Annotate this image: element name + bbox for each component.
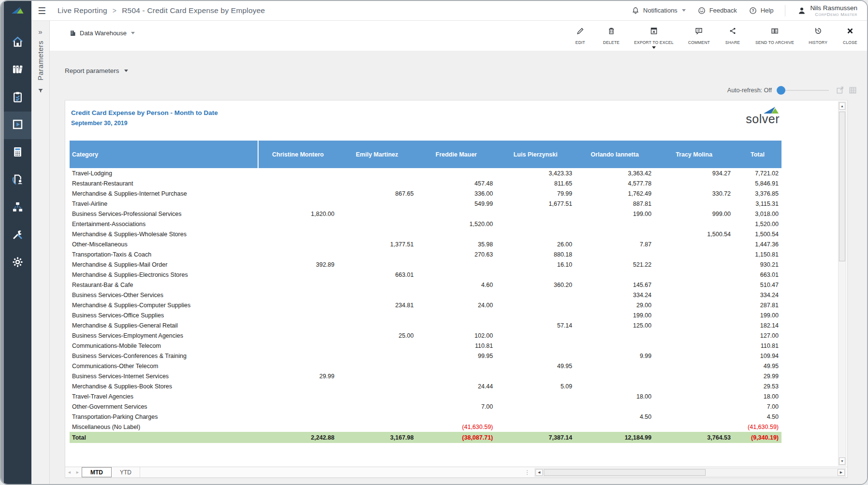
share-button[interactable]: SHARE [724,27,741,49]
sidebar-item-home[interactable] [4,29,31,57]
scroll-right-button[interactable]: ▶ [838,469,845,476]
category-cell: Other-Government Services [70,401,258,412]
user-name: Nils Rasmussen [810,4,857,12]
category-cell: Travel-Travel Agencies [70,391,258,401]
table-row: Business Services-Other Services334.2433… [70,290,781,300]
feedback-button[interactable]: Feedback [697,6,737,15]
sidebar-item-tools[interactable] [4,222,31,249]
value-cell [417,320,496,330]
value-cell [496,330,575,341]
binders-icon [11,63,24,78]
horizontal-scroll-thumb[interactable] [544,469,706,476]
value-cell: 99.95 [417,351,496,361]
value-cell: 7.87 [575,239,654,249]
value-cell [258,199,337,209]
table-row: Restaurant-Bar & Cafe4.60360.20145.67510… [70,280,781,290]
comment-button[interactable]: COMMENT [688,27,710,49]
value-cell: 934.27 [654,168,734,178]
auto-refresh-slider[interactable] [777,86,829,95]
help-button[interactable]: ? Help [749,6,774,15]
sheet-tab-mtd[interactable]: MTD [82,467,112,477]
category-cell: Merchandise & Supplies-Wholesale Stores [70,229,258,239]
sidebar-nav [4,19,31,277]
sidebar-item-clipboard[interactable] [4,84,31,112]
horizontal-scrollbar[interactable]: ◀ ▶ [535,468,846,477]
table-row: Merchandise & Supplies-Mail Order392.891… [70,259,781,270]
category-cell: Travel-Lodging [70,168,258,178]
sidebar-item-gear[interactable] [4,249,31,277]
value-cell [575,371,654,381]
scroll-left-button[interactable]: ◀ [535,469,543,476]
value-cell [258,330,337,341]
value-cell: 199.00 [734,310,781,320]
expand-icon[interactable] [836,86,845,95]
history-button[interactable]: HISTORY [809,27,827,49]
category-cell: Other-Miscellaneous [70,239,258,249]
value-cell: 18.00 [575,391,654,401]
category-cell: Business Services-Office Supplies [70,310,258,320]
sidebar-item-calculator[interactable] [4,139,31,167]
value-cell [258,381,337,391]
value-cell: (38,087.71) [417,432,496,443]
report-title: Credit Card Expense by Person - Month to… [71,109,218,116]
filter-icon[interactable] [37,87,44,96]
value-cell [654,320,734,330]
sheet-nav-next-icon[interactable]: ▶ [73,467,82,477]
value-cell [417,412,496,422]
grid-icon[interactable] [848,86,857,95]
value-cell [575,219,654,229]
vertical-scrollbar[interactable]: ▲ ▼ [838,101,846,466]
table-row: Travel-Lodging3,423.333,363.42934.277,72… [70,168,781,178]
warehouse-icon [69,29,76,37]
org-icon [11,200,24,215]
bell-icon [631,6,640,15]
value-cell: 1,150.81 [734,249,781,259]
value-cell [496,209,575,219]
sheet-tab-ytd[interactable]: YTD [112,467,140,477]
expand-panel-button[interactable]: » [38,28,42,36]
table-row: Business Services-Internet Services29.99… [70,371,781,381]
solver-logo-mark[interactable] [4,1,31,19]
sheet-nav-prev-icon[interactable]: ◀ [65,467,73,477]
notifications-button[interactable]: Notifications [631,6,686,15]
value-cell: 811.65 [496,178,575,188]
vertical-scroll-thumb[interactable] [839,112,845,261]
sidebar-item-binders[interactable] [4,57,31,84]
hamburger-menu-icon[interactable]: ☰ [38,6,46,15]
report-parameters-toggle[interactable]: Report parameters [65,67,128,74]
auto-refresh-icons [836,86,857,95]
value-cell: 110.81 [734,341,781,351]
send-to-archive-button[interactable]: SEND TO ARCHIVE [755,27,794,49]
delete-button[interactable]: DELETE [603,27,620,49]
value-cell [337,412,417,422]
scroll-down-button[interactable]: ▼ [839,457,845,465]
value-cell: 102.00 [417,330,496,341]
value-cell: 3,423.33 [496,168,575,178]
value-cell [258,391,337,401]
value-cell: 24.00 [417,300,496,310]
category-cell: Business Services-Other Services [70,290,258,300]
category-cell: Transportation-Parking Charges [70,412,258,422]
user-menu[interactable]: Nils Rasmussen CorpDemo Master [797,4,857,17]
sidebar-item-org[interactable] [4,194,31,222]
export-to-excel-button[interactable]: EXPORT TO EXCEL [634,27,674,49]
sidebar-item-report[interactable] [4,112,31,139]
value-cell [258,270,337,280]
excel-icon [650,27,658,37]
value-cell [258,249,337,259]
scroll-up-button[interactable]: ▲ [839,102,845,110]
value-cell [575,229,654,239]
data-source-dropdown[interactable]: Data Warehouse [69,29,135,37]
parameters-panel-label[interactable]: Parameters [36,41,44,81]
close-button[interactable]: CLOSE [842,27,858,49]
value-cell [258,320,337,330]
tab-splitter-handle[interactable]: ⋮ [524,467,530,477]
value-cell [575,249,654,259]
slider-knob[interactable] [777,86,785,95]
edit-button[interactable]: EDIT [572,27,589,49]
value-cell: 887.81 [575,199,654,209]
value-cell [654,330,734,341]
value-cell [496,401,575,412]
sidebar-item-document-user[interactable] [4,167,31,194]
breadcrumb-section[interactable]: Live Reporting [58,6,107,15]
